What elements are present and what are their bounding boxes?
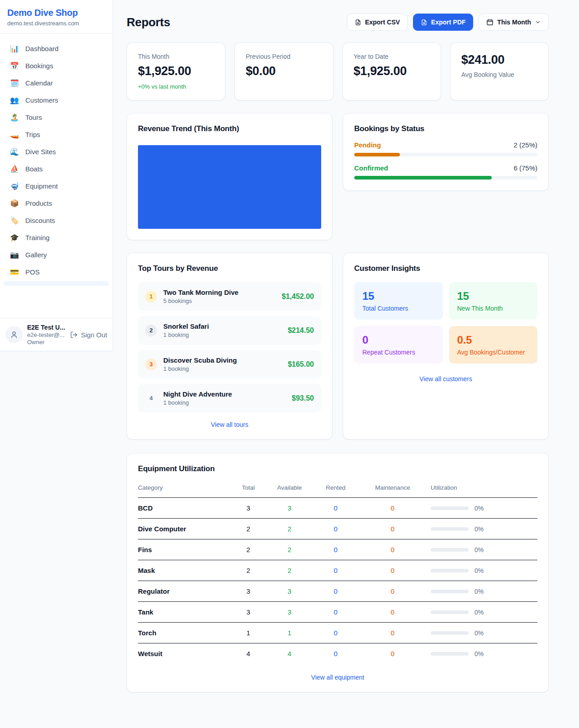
utilization-bar — [431, 652, 469, 656]
sidebar-item-label: Trips — [25, 131, 40, 138]
sidebar-item-label: Boats — [25, 165, 43, 173]
utilization-bar — [431, 527, 469, 531]
column-header-utilization: Utilization — [424, 481, 537, 498]
utilization-bar — [431, 506, 469, 510]
page-title: Reports — [127, 15, 170, 29]
status-label: Pending — [354, 141, 381, 149]
user-email: e2e-tester@... — [27, 331, 65, 338]
cell-category: Torch — [138, 623, 228, 643]
products-icon: 📦 — [10, 200, 19, 207]
sidebar-item-label: Gallery — [25, 251, 47, 259]
tour-row-night-dive-adventure[interactable]: 4Night Dive Adventure1 booking$93.50 — [138, 384, 321, 412]
equipment-table: Category Total Available Rented Maintena… — [138, 481, 537, 664]
tour-info: Snorkel Safari1 booking — [163, 322, 209, 338]
utilization-text: 0% — [475, 629, 484, 637]
stat-card-year-to-date: Year to Date$1,925.00 — [342, 43, 441, 100]
header-actions: Export CSV Export PDF This Month — [347, 14, 549, 31]
revenue-trend-bar — [138, 145, 321, 229]
tour-row-two-tank-morning-dive[interactable]: 1Two Tank Morning Dive5 bookings$1,452.0… — [138, 282, 321, 311]
equipment-row-fins: Fins22000% — [138, 539, 537, 560]
cell-available: 3 — [269, 602, 310, 623]
utilization-text: 0% — [475, 567, 484, 574]
sidebar-item-training[interactable]: 🎓Training — [4, 229, 109, 246]
sidebar-item-discounts[interactable]: 🏷️Discounts — [4, 212, 109, 229]
calendar-icon: 🗓️ — [10, 80, 19, 87]
tour-revenue: $214.50 — [288, 326, 314, 335]
cell-category: Regulator — [138, 581, 228, 602]
sidebar-nav: 📊Dashboard📅Bookings🗓️Calendar👥Customers🏝… — [0, 33, 113, 318]
sidebar-item-label: Equipment — [25, 182, 58, 190]
view-all-customers-link[interactable]: View all customers — [354, 375, 537, 383]
stat-card-avg-booking-value: $241.00Avg Booking Value — [450, 43, 549, 100]
tour-revenue: $1,452.00 — [282, 293, 314, 301]
sidebar-item-gallery[interactable]: 📷Gallery — [4, 246, 109, 263]
user-footer: E2E Test U... e2e-tester@... Owner Sign … — [0, 318, 113, 351]
calendar-icon — [486, 19, 494, 26]
view-all-equipment-link[interactable]: View all equipment — [138, 674, 537, 681]
cell-maintenance: 0 — [361, 539, 424, 560]
sidebar-item-calendar[interactable]: 🗓️Calendar — [4, 75, 109, 91]
equipment-utilization-title: Equipment Utilization — [138, 464, 537, 473]
utilization-bar — [431, 610, 469, 614]
sidebar-item-label: Discounts — [25, 217, 55, 224]
sidebar-item-trips[interactable]: 🚤Trips — [4, 126, 109, 143]
column-header-maintenance: Maintenance — [361, 481, 424, 498]
export-csv-button[interactable]: Export CSV — [347, 14, 408, 31]
sidebar-item-dive-sites[interactable]: 🌊Dive Sites — [4, 143, 109, 160]
sidebar-item-reports-partial[interactable] — [4, 281, 109, 286]
tile-label: Repeat Customers — [362, 349, 435, 356]
sidebar-item-bookings[interactable]: 📅Bookings — [4, 57, 109, 74]
sidebar-item-label: Products — [25, 199, 52, 207]
file-download-icon — [355, 19, 361, 26]
cell-maintenance: 0 — [361, 581, 424, 602]
cell-available: 3 — [269, 498, 310, 519]
rank-badge: 3 — [145, 359, 157, 370]
stat-card-this-month: This Month$1,925.00+0% vs last month — [127, 43, 225, 100]
tile-label: Avg Bookings/Customer — [457, 349, 530, 356]
tour-list: 1Two Tank Morning Dive5 bookings$1,452.0… — [138, 282, 321, 412]
sidebar-item-label: Bookings — [25, 62, 53, 70]
status-progress-fill — [354, 153, 400, 156]
tour-row-discover-scuba-diving[interactable]: 3Discover Scuba Diving1 booking$165.00 — [138, 350, 321, 378]
cell-available: 2 — [269, 539, 310, 560]
period-select[interactable]: This Month — [479, 14, 549, 31]
equipment-row-dive-computer: Dive Computer22000% — [138, 519, 537, 539]
status-rows: Pending2 (25%)Confirmed6 (75%) — [354, 141, 537, 180]
cell-utilization: 0% — [424, 623, 537, 643]
tour-info: Discover Scuba Diving1 booking — [163, 356, 237, 372]
status-progress-track — [354, 176, 537, 180]
customer-insights-card: Customer Insights 15Total Customers15New… — [343, 253, 549, 440]
cell-maintenance: 0 — [361, 623, 424, 643]
sidebar-item-pos[interactable]: 💳POS — [4, 264, 109, 280]
status-count: 2 (25%) — [513, 141, 537, 149]
sidebar-item-boats[interactable]: ⛵Boats — [4, 161, 109, 177]
tour-name: Snorkel Safari — [163, 322, 209, 330]
sidebar-item-dashboard[interactable]: 📊Dashboard — [4, 40, 109, 57]
column-header-rented: Rented — [310, 481, 361, 498]
sidebar-item-equipment[interactable]: 🤿Equipment — [4, 178, 109, 194]
rank-badge: 2 — [145, 325, 157, 336]
brand-name: Demo Dive Shop — [7, 8, 105, 18]
utilization-text: 0% — [475, 546, 484, 553]
customer-insights-title: Customer Insights — [354, 264, 537, 273]
utilization-bar — [431, 590, 469, 593]
tile-value: 15 — [362, 290, 435, 303]
view-all-tours-link[interactable]: View all tours — [138, 421, 321, 428]
stat-delta: +0% vs last month — [138, 83, 214, 90]
sidebar-item-customers[interactable]: 👥Customers — [4, 92, 109, 109]
sign-out-label: Sign Out — [81, 331, 107, 339]
utilization-bar — [431, 569, 469, 572]
cell-rented: 0 — [310, 602, 361, 623]
trips-icon: 🚤 — [10, 131, 19, 138]
sidebar-item-products[interactable]: 📦Products — [4, 195, 109, 212]
tour-revenue: $165.00 — [288, 360, 314, 369]
customers-icon: 👥 — [10, 97, 19, 104]
export-pdf-button[interactable]: Export PDF — [413, 14, 473, 31]
status-count: 6 (75%) — [513, 164, 537, 172]
cell-maintenance: 0 — [361, 519, 424, 539]
sign-out-button[interactable]: Sign Out — [70, 331, 107, 339]
training-icon: 🎓 — [10, 234, 19, 241]
sidebar-item-tours[interactable]: 🏝️Tours — [4, 109, 109, 126]
tour-row-snorkel-safari[interactable]: 2Snorkel Safari1 booking$214.50 — [138, 316, 321, 345]
cell-utilization: 0% — [424, 539, 537, 560]
